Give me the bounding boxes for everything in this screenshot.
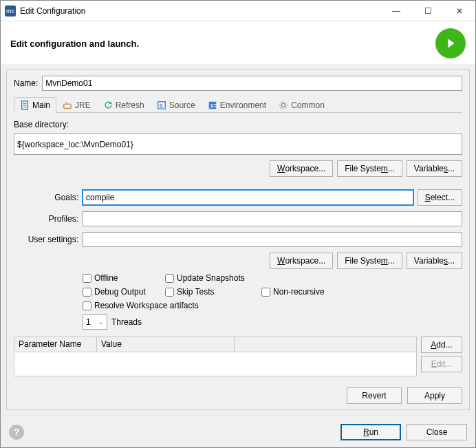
- col-empty: [235, 337, 416, 352]
- resolve-workspace-checkbox[interactable]: Resolve Workspace artifacts: [83, 301, 358, 310]
- offline-checkbox[interactable]: Offline: [83, 273, 165, 283]
- apply-button[interactable]: Apply: [407, 387, 462, 404]
- col-parameter-name[interactable]: Parameter Name: [14, 337, 97, 352]
- tab-jre-label: JRE: [75, 100, 91, 110]
- maximize-button[interactable]: ☐: [412, 1, 444, 21]
- tab-jre[interactable]: JRE: [56, 97, 97, 113]
- debug-output-checkbox[interactable]: Debug Output: [83, 287, 165, 297]
- jre-icon: [63, 100, 72, 110]
- tab-environment[interactable]: x= Environment: [202, 97, 272, 113]
- threads-value: 1: [86, 317, 91, 327]
- dialog-footer: ? Run Close: [1, 416, 475, 447]
- goals-select-button[interactable]: Select...: [418, 189, 462, 206]
- table-header: Parameter Name Value: [14, 337, 416, 352]
- environment-icon: x=: [208, 100, 217, 110]
- usersettings-filesystem-button[interactable]: File System...: [337, 253, 402, 269]
- threads-label: Threads: [111, 317, 142, 327]
- run-icon: [435, 28, 466, 58]
- tab-refresh-label: Refresh: [116, 100, 144, 110]
- tab-bar: Main JRE Refresh s Source x= Environment…: [14, 96, 462, 113]
- revert-button[interactable]: Revert: [347, 387, 402, 404]
- tab-main-body: Base directory: Workspace... File System…: [14, 116, 462, 404]
- tab-source[interactable]: s Source: [151, 97, 202, 113]
- base-directory-input[interactable]: [14, 134, 462, 155]
- update-snapshots-checkbox[interactable]: Update Snapshots: [165, 273, 261, 283]
- svg-text:x=: x=: [210, 101, 217, 109]
- refresh-icon: [103, 100, 113, 110]
- basedir-filesystem-button[interactable]: File System...: [337, 160, 402, 177]
- non-recursive-checkbox[interactable]: Non-recursive: [261, 287, 358, 297]
- tab-environment-label: Environment: [220, 100, 266, 110]
- chevron-down-icon: ⌄: [98, 319, 104, 326]
- svg-rect-4: [64, 104, 72, 108]
- profiles-label: Profiles:: [14, 214, 78, 224]
- param-edit-button: Edit...: [421, 356, 462, 372]
- name-row: Name:: [14, 76, 462, 91]
- tab-common-label: Common: [291, 100, 325, 110]
- tab-source-label: Source: [169, 100, 195, 110]
- app-icon: mc: [5, 6, 16, 17]
- name-label: Name:: [14, 78, 38, 88]
- base-directory-label: Base directory:: [14, 120, 462, 129]
- tab-refresh[interactable]: Refresh: [97, 97, 151, 113]
- dialog-header: Edit configuration and launch.: [1, 21, 475, 64]
- close-window-button[interactable]: ✕: [444, 1, 475, 21]
- svg-text:s: s: [159, 101, 162, 109]
- svg-point-9: [282, 103, 285, 107]
- config-panel: Name: Main JRE Refresh s Source x=: [6, 70, 470, 410]
- source-icon: s: [157, 100, 166, 110]
- usersettings-variables-button[interactable]: Variables...: [407, 253, 462, 269]
- tab-main[interactable]: Main: [14, 97, 56, 113]
- user-settings-label: User settings:: [14, 235, 78, 244]
- document-icon: [20, 100, 30, 110]
- dialog-heading: Edit configuration and launch.: [10, 39, 435, 49]
- title-bar: mc Edit Configuration — ☐ ✕: [1, 1, 475, 21]
- tab-main-label: Main: [32, 100, 50, 110]
- basedir-workspace-button[interactable]: Workspace...: [270, 160, 333, 177]
- minimize-button[interactable]: —: [380, 1, 412, 21]
- param-add-button[interactable]: Add...: [421, 337, 462, 353]
- goals-input[interactable]: [83, 190, 413, 205]
- skip-tests-checkbox[interactable]: Skip Tests: [165, 287, 261, 297]
- gear-icon: [279, 100, 288, 110]
- table-body: [14, 352, 416, 376]
- parameters-table[interactable]: Parameter Name Value: [14, 337, 417, 376]
- col-value[interactable]: Value: [97, 337, 235, 352]
- basedir-variables-button[interactable]: Variables...: [407, 160, 462, 177]
- tab-common[interactable]: Common: [272, 97, 331, 113]
- profiles-input[interactable]: [83, 211, 462, 226]
- run-button[interactable]: Run: [340, 424, 401, 440]
- name-input[interactable]: [42, 76, 462, 91]
- checkbox-group: Offline Update Snapshots Debug Output Sk…: [83, 273, 462, 310]
- user-settings-input[interactable]: [83, 232, 462, 247]
- threads-spinner[interactable]: 1 ⌄: [83, 314, 107, 330]
- window-title: Edit Configuration: [20, 6, 380, 16]
- help-icon[interactable]: ?: [9, 425, 24, 440]
- goals-label: Goals:: [14, 193, 78, 202]
- usersettings-workspace-button[interactable]: Workspace...: [270, 253, 333, 269]
- close-button[interactable]: Close: [407, 424, 467, 440]
